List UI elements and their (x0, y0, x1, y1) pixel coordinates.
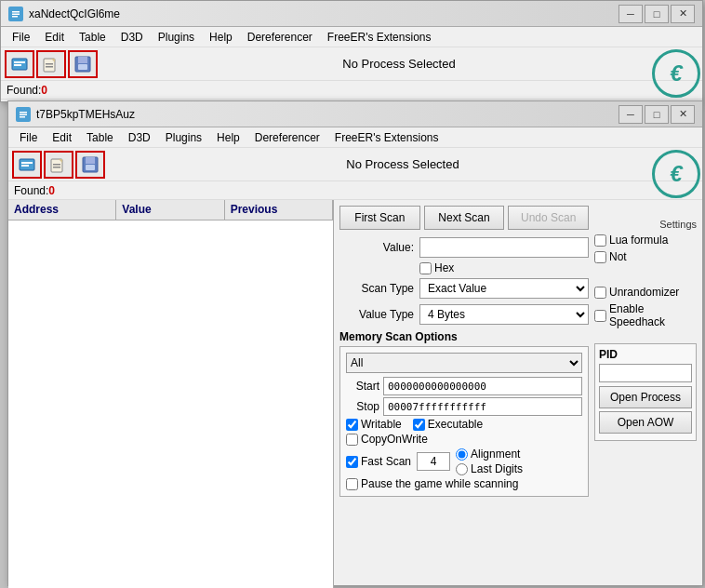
scan-panel: First Scan Next Scan Undo Scan Value: He… (334, 200, 702, 588)
inner-close-btn[interactable]: ✕ (671, 105, 695, 124)
col-address: Address (8, 200, 116, 220)
outer-process-name: No Process Selected (100, 57, 698, 71)
pause-checkbox[interactable] (346, 478, 358, 490)
lastdigits-radio-label: Last Digits (456, 462, 523, 475)
executable-text: Executable (428, 418, 483, 431)
inner-save-btn[interactable] (75, 151, 105, 179)
memory-scan-box: All Writable Executable Start (339, 346, 589, 497)
writable-text: Writable (361, 418, 402, 431)
speedhack-label: Enable Speedhack (594, 302, 697, 328)
value-label: Value: (339, 241, 414, 254)
pause-text: Pause the game while scanning (361, 477, 518, 490)
alignment-radio[interactable] (456, 448, 468, 461)
outer-close-btn[interactable]: ✕ (671, 5, 695, 23)
outer-menu-file[interactable]: File (5, 29, 37, 46)
outer-menu-freeer[interactable]: FreeER's Extensions (320, 29, 439, 46)
outer-open-process-btn[interactable] (5, 50, 34, 78)
next-scan-btn[interactable]: Next Scan (424, 206, 505, 230)
pid-label: PID (599, 348, 692, 361)
inner-menu-d3d[interactable]: D3D (121, 129, 158, 146)
svg-rect-9 (46, 63, 53, 65)
not-checkbox[interactable] (594, 251, 606, 263)
inner-menu-bar: File Edit Table D3D Plugins Help Derefer… (8, 127, 702, 148)
inner-open-process-btn[interactable] (12, 151, 42, 179)
outer-minimize-btn[interactable]: ─ (619, 5, 643, 23)
hex-checkbox-label: Hex (419, 261, 454, 274)
outer-load-btn[interactable] (36, 50, 66, 78)
executable-checkbox[interactable] (413, 419, 425, 431)
address-list-body (8, 220, 333, 588)
scan-buttons-row: First Scan Next Scan Undo Scan (339, 206, 589, 230)
inner-menu-edit[interactable]: Edit (45, 129, 79, 146)
outer-menu-table[interactable]: Table (72, 29, 113, 46)
svg-rect-20 (21, 165, 29, 167)
outer-window: xaNdectQcIGl6me ─ □ ✕ File Edit Table D3… (0, 0, 703, 102)
copyonwrite-checkbox[interactable] (346, 434, 358, 446)
col-previous: Previous (225, 200, 333, 220)
right-checkboxes: Lua formula Not (594, 234, 697, 263)
hex-checkbox[interactable] (419, 262, 432, 274)
svg-rect-16 (20, 114, 27, 115)
inner-menu-file[interactable]: File (12, 129, 45, 146)
svg-rect-27 (86, 165, 95, 170)
open-aow-btn[interactable]: Open AOW (599, 411, 692, 434)
fastscan-row: Fast Scan Alignment Last Digit (346, 448, 582, 475)
inner-menu-table[interactable]: Table (79, 129, 121, 146)
undo-scan-btn[interactable]: Undo Scan (508, 206, 589, 230)
memory-scan-label: Memory Scan Options (339, 330, 589, 343)
right-checkboxes-2: Unrandomizer Enable Speedhack (594, 286, 697, 328)
value-type-label: Value Type (339, 308, 414, 321)
value-type-select[interactable]: Byte 2 Bytes 4 Bytes 8 Bytes Float Doubl… (419, 304, 589, 325)
outer-save-btn[interactable] (68, 50, 98, 78)
first-scan-btn[interactable]: First Scan (339, 206, 420, 230)
speedhack-checkbox[interactable] (594, 310, 606, 322)
inner-menu-freeer[interactable]: FreeER's Extensions (327, 129, 446, 146)
svg-rect-26 (86, 157, 95, 164)
region-row: All Writable Executable (346, 353, 582, 373)
inner-menu-help[interactable]: Help (209, 129, 247, 146)
open-process-btn[interactable]: Open Process (599, 386, 692, 408)
outer-menu-dereferencer[interactable]: Dereferencer (240, 29, 320, 46)
outer-maximize-btn[interactable]: □ (645, 5, 669, 23)
inner-found-count: 0 (48, 184, 55, 197)
region-select[interactable]: All Writable Executable (346, 353, 582, 373)
stop-input[interactable] (383, 397, 582, 416)
alignment-options: Alignment Last Digits (456, 448, 523, 475)
inner-menu-dereferencer[interactable]: Dereferencer (247, 129, 327, 146)
fastscan-input[interactable] (417, 452, 450, 471)
start-row: Start (346, 377, 582, 395)
alignment-text: Alignment (471, 448, 520, 461)
scan-main-col: First Scan Next Scan Undo Scan Value: He… (339, 206, 589, 588)
outer-ce-logo: € (652, 49, 700, 98)
scan-type-select[interactable]: Exact Value Bigger than... Smaller than.… (419, 278, 589, 299)
outer-menu-d3d[interactable]: D3D (113, 29, 151, 46)
fastscan-checkbox[interactable] (346, 456, 358, 468)
unrandomizer-checkbox[interactable] (594, 287, 606, 299)
pid-input[interactable] (599, 364, 692, 382)
inner-maximize-btn[interactable]: □ (645, 105, 669, 124)
inner-title-text: t7BP5kpTMEHsAuz (36, 108, 619, 121)
value-input[interactable] (419, 237, 589, 258)
outer-menu-plugins[interactable]: Plugins (151, 29, 202, 46)
inner-load-btn[interactable] (44, 151, 73, 179)
svg-rect-12 (78, 57, 87, 63)
inner-menu-plugins[interactable]: Plugins (158, 129, 209, 146)
speedhack-text: Enable Speedhack (609, 302, 697, 328)
lastdigits-radio[interactable] (456, 463, 468, 475)
stop-row: Stop (346, 397, 582, 416)
inner-window: t7BP5kpTMEHsAuz ─ □ ✕ File Edit Table D3… (7, 100, 703, 586)
value-row: Value: (339, 237, 589, 258)
writable-checkbox[interactable] (346, 419, 358, 431)
outer-app-icon (8, 7, 23, 21)
outer-menu-edit[interactable]: Edit (37, 29, 72, 46)
pause-row: Pause the game while scanning (346, 477, 582, 490)
outer-menu-help[interactable]: Help (202, 29, 240, 46)
outer-title-bar: xaNdectQcIGl6me ─ □ ✕ (1, 1, 702, 27)
lua-formula-checkbox[interactable] (594, 234, 606, 247)
inner-minimize-btn[interactable]: ─ (619, 105, 643, 124)
unrandomizer-text: Unrandomizer (609, 286, 679, 299)
executable-label: Executable (413, 418, 483, 431)
fastscan-text: Fast Scan (361, 455, 411, 468)
start-input[interactable] (383, 377, 582, 395)
lua-formula-text: Lua formula (609, 234, 668, 247)
